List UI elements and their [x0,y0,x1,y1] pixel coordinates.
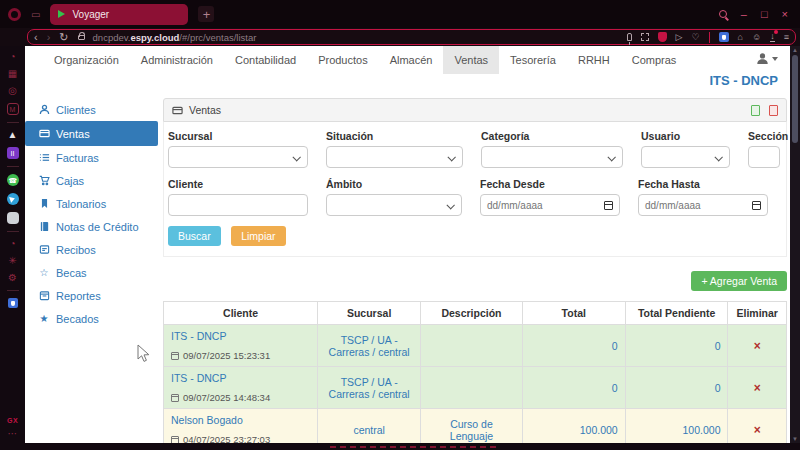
nav-compras[interactable]: Compras [621,46,688,74]
calendar-icon[interactable] [604,201,613,210]
sidebar-item-talonarios[interactable]: Talonarios [25,192,158,215]
sidebar-item-reportes[interactable]: Reportes [25,284,158,307]
seccion-input[interactable] [748,146,780,168]
minimize-button[interactable]: – [741,9,747,20]
delete-icon[interactable]: × [754,381,761,395]
ghost-extension-icon[interactable]: ⌂ [738,33,743,42]
filter-label: Usuario [641,130,730,142]
close-button[interactable]: × [782,9,788,20]
nav-rrhh[interactable]: RRHH [567,46,621,74]
sidebar-item-becados[interactable]: ★ Becados [25,307,158,330]
speed-dial-icon[interactable]: ◔ [9,52,15,62]
sidebar-item-facturas[interactable]: Facturas [25,146,158,169]
settings-gear-icon[interactable]: ⚙ [8,273,17,283]
bookmark-heart-icon[interactable]: ♡ [692,33,700,42]
nav-ventas[interactable]: Ventas [443,46,499,74]
gx-corner-icon[interactable]: ▦ [8,69,17,79]
app-mountain-icon[interactable]: ▲ [8,130,18,140]
sidebar-item-becas[interactable]: ☆ Becas [25,261,158,284]
profile-icon[interactable]: ☺ [752,33,761,42]
address-bar[interactable]: ‹ › ↻ dncpdev.espy.cloud/#/prc/ventas/li… [27,29,796,45]
filter-row-2: Cliente Ámbito Fecha Desde dd/mm/aaaa Fe… [168,178,782,216]
nav-contabilidad[interactable]: Contabilidad [224,46,307,74]
extension-shield-icon[interactable] [719,32,729,42]
sidebar-label: Notas de Crédito [56,221,139,233]
delete-icon[interactable]: × [754,423,761,437]
agregar-venta-button[interactable]: + Agregar Venta [691,271,787,291]
export-pdf-icon[interactable] [769,105,778,116]
telegram-icon[interactable] [7,193,19,205]
export-excel-icon[interactable] [751,105,760,116]
back-button[interactable]: ‹ [34,32,38,43]
situacion-select[interactable] [326,146,463,168]
reload-button[interactable]: ↻ [59,32,68,43]
pin-icon[interactable] [627,33,632,41]
limpiar-button[interactable]: Limpiar [231,226,285,246]
timeline-artifact [330,446,500,448]
nav-administracion[interactable]: Administración [130,46,224,74]
ambito-select[interactable] [326,194,462,216]
cliente-input[interactable] [168,194,308,216]
vpn-shield-icon[interactable] [658,32,667,42]
history-clock-icon[interactable]: ◔ [9,239,15,249]
easter-egg-icon[interactable]: ✳ [8,256,16,266]
bookmark-icon [38,198,50,209]
report-icon [38,290,50,301]
usuario-select[interactable] [641,146,730,168]
browser-tab[interactable]: Voyager [50,4,188,25]
lock-icon[interactable] [78,35,85,40]
toolbar-extensions: ▷ ♡ ⌂ ☺ ↓ ≡ [627,32,789,43]
mail-icon[interactable]: M [7,103,19,115]
client-name[interactable]: ITS - DNCP [171,330,310,342]
extension-shield-icon[interactable] [8,298,18,308]
sidebar-item-notas-credito[interactable]: Notas de Crédito [25,215,158,238]
user-menu-button[interactable] [756,52,778,65]
filter-label: Fecha Hasta [638,178,768,190]
whatsapp-icon[interactable]: ☎ [7,174,19,186]
gx-sidebar-bottom: GX ⋯ [7,417,18,443]
workspace-icon[interactable]: ▭ [31,9,40,20]
twitch-icon[interactable]: II [7,147,19,159]
maximize-button[interactable]: □ [761,9,768,20]
scrollbar-thumb[interactable] [792,55,798,143]
new-tab-button[interactable]: + [198,6,214,22]
scroll-up-icon[interactable]: ▲ [790,46,800,54]
page-scrollbar[interactable]: ▲ ▼ [790,46,800,443]
cell-cliente[interactable]: ITS - DNCP09/07/2025 14:48:34 [164,367,318,409]
sidebar-item-ventas[interactable]: Ventas [25,121,158,146]
discord-icon[interactable] [7,212,19,224]
browser-toolbar: ‹ › ↻ dncpdev.espy.cloud/#/prc/ventas/li… [0,28,800,46]
downloads-icon[interactable]: ↓ [770,32,775,42]
nav-almacen[interactable]: Almacén [379,46,444,74]
fecha-desde-input[interactable]: dd/mm/aaaa [480,194,620,216]
fecha-hasta-input[interactable]: dd/mm/aaaa [638,194,768,216]
sidebar-more-icon[interactable]: ⋯ [8,429,18,439]
nav-organizacion[interactable]: Organización [43,46,130,74]
client-name[interactable]: ITS - DNCP [171,372,310,384]
snapshot-icon[interactable] [641,33,649,41]
scroll-down-icon[interactable]: ▼ [790,435,800,443]
filter-ambito: Ámbito [326,178,462,216]
client-name[interactable]: Nelson Bogado [171,414,310,426]
url-text[interactable]: dncpdev.espy.cloud/#/prc/ventas/listar [93,32,257,43]
toolbar-divider [709,32,710,43]
calendar-icon[interactable] [752,201,761,210]
forward-button[interactable]: › [47,32,51,43]
opera-logo-icon[interactable] [8,8,21,21]
sidebar-item-cajas[interactable]: Cajas [25,169,158,192]
sucursal-select[interactable] [168,146,308,168]
cell-cliente[interactable]: ITS - DNCP09/07/2025 15:23:31 [164,325,318,367]
cell-cliente[interactable]: Nelson Bogado04/07/2025 23:27:03 [164,409,318,444]
col-sucursal: Sucursal [318,302,421,325]
tab-search-icon[interactable] [719,10,727,18]
sidebar-item-recibos[interactable]: Recibos [25,238,158,261]
menu-icon[interactable]: ≡ [784,33,789,42]
delete-icon[interactable]: × [754,339,761,353]
nav-productos[interactable]: Productos [307,46,379,74]
sidebar-item-clientes[interactable]: Clientes [25,98,158,121]
nav-tesoreria[interactable]: Tesorería [499,46,567,74]
player-icon[interactable]: ◎ [8,86,17,96]
buscar-button[interactable]: Buscar [168,226,221,246]
categoria-select[interactable] [481,146,623,168]
flow-send-icon[interactable]: ▷ [676,33,683,42]
